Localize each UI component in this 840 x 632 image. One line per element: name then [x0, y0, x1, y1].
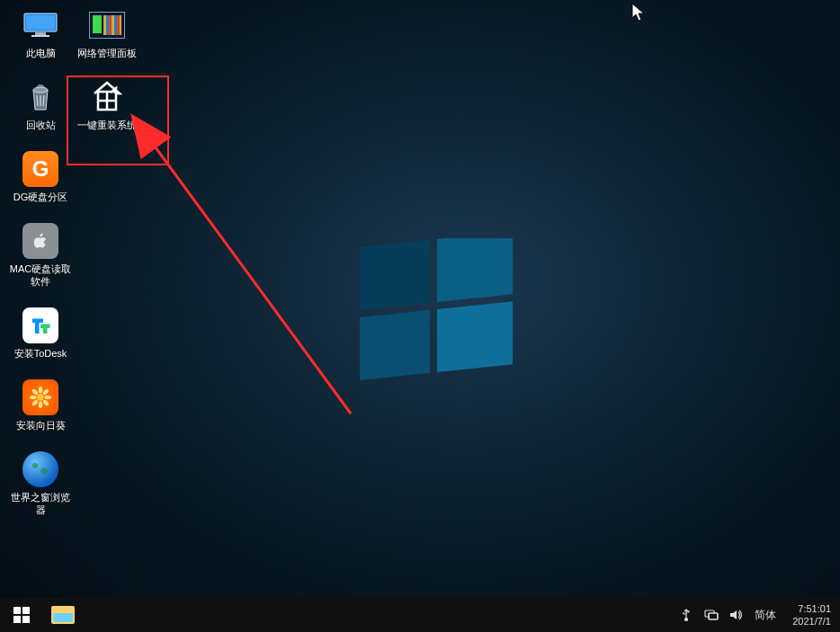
icon-label: 安装ToDesk: [14, 347, 67, 360]
icon-label: 回收站: [26, 119, 56, 131]
dashboard-icon: [89, 7, 125, 43]
taskbar-clock[interactable]: 7:51:01 2021/7/1: [783, 602, 840, 628]
svg-rect-19: [360, 240, 430, 310]
cursor-icon: [631, 3, 648, 22]
windows-logo-icon: [360, 238, 513, 391]
ime-indicator[interactable]: 简体: [755, 608, 776, 623]
svg-rect-1: [26, 15, 55, 30]
svg-rect-20: [437, 238, 513, 302]
svg-rect-24: [22, 607, 30, 614]
sunflower-icon: [22, 379, 58, 415]
desktop[interactable]: 此电脑 回收站 G DG硬盘分区: [0, 0, 840, 598]
desktop-icon-network-panel[interactable]: 网络管理面板: [74, 7, 140, 59]
desktop-icon-recycle-bin[interactable]: 回收站: [7, 79, 74, 131]
clock-date: 2021/7/1: [792, 615, 831, 628]
desktop-icon-install-todesk[interactable]: 安装ToDesk: [7, 307, 74, 360]
desktop-icon-dg-partition[interactable]: G DG硬盘分区: [7, 151, 74, 203]
network-icon[interactable]: [704, 608, 719, 622]
desktop-icon-world-window-browser[interactable]: 世界之窗浏览器: [7, 451, 74, 516]
annotation-arrow: [126, 108, 378, 432]
svg-rect-23: [13, 607, 21, 614]
svg-point-8: [30, 396, 37, 400]
svg-rect-3: [31, 35, 49, 37]
svg-point-7: [39, 402, 43, 409]
windows-start-icon: [13, 607, 30, 623]
svg-point-11: [31, 388, 39, 396]
taskbar: 简体 7:51:01 2021/7/1: [0, 598, 840, 632]
icon-label: 世界之窗浏览器: [8, 491, 73, 516]
svg-rect-2: [35, 32, 46, 35]
taskbar-app-file-explorer[interactable]: [43, 598, 83, 632]
apple-disk-icon: [22, 223, 58, 259]
todesk-icon: [22, 307, 58, 343]
dg-icon: G: [22, 151, 58, 187]
icon-label: 此电脑: [26, 47, 56, 59]
svg-point-10: [42, 388, 49, 396]
svg-rect-25: [13, 616, 21, 623]
svg-point-27: [685, 619, 688, 621]
svg-rect-26: [22, 616, 30, 623]
desktop-icon-mac-disk-read[interactable]: MAC硬盘读取软件: [7, 223, 74, 288]
svg-rect-29: [709, 613, 718, 619]
desktop-icon-one-click-reinstall[interactable]: 一键重装系统: [74, 79, 140, 131]
svg-point-13: [31, 399, 39, 406]
icon-label: 一键重装系统: [77, 119, 137, 131]
icon-label: 网络管理面板: [77, 47, 137, 59]
svg-rect-22: [437, 301, 513, 372]
desktop-icon-install-sunflower[interactable]: 安装向日葵: [7, 379, 74, 432]
start-button[interactable]: [0, 598, 43, 632]
usb-icon[interactable]: [679, 608, 693, 622]
svg-point-5: [37, 394, 44, 401]
system-tray: 简体: [672, 598, 783, 632]
desktop-icon-this-pc[interactable]: 此电脑: [7, 7, 74, 59]
file-explorer-icon: [51, 606, 75, 624]
icon-label: MAC硬盘读取软件: [8, 263, 73, 288]
icon-label: DG硬盘分区: [13, 191, 68, 203]
svg-point-6: [39, 387, 43, 394]
svg-rect-21: [360, 310, 430, 380]
volume-icon[interactable]: [729, 608, 744, 622]
svg-point-9: [45, 396, 52, 400]
globe-icon: [22, 451, 58, 487]
clock-time: 7:51:01: [792, 602, 831, 615]
recycle-bin-icon: [22, 79, 58, 115]
svg-point-12: [42, 399, 49, 406]
icon-label: 安装向日葵: [16, 419, 66, 432]
house-window-icon: [89, 79, 125, 115]
svg-line-18: [153, 144, 351, 414]
monitor-icon: [22, 7, 58, 43]
